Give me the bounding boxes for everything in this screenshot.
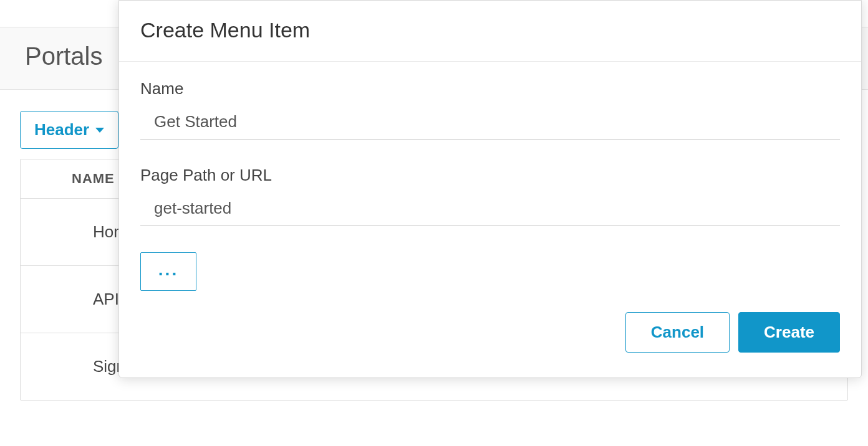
modal-footer: Cancel Create: [119, 297, 861, 359]
more-options-button[interactable]: ...: [140, 252, 196, 291]
caret-down-icon: [95, 128, 104, 133]
name-label: Name: [140, 79, 840, 98]
name-input[interactable]: [140, 107, 840, 140]
header-dropdown-label: Header: [34, 120, 89, 140]
create-button[interactable]: Create: [738, 312, 840, 353]
modal-header: Create Menu Item: [119, 1, 861, 62]
path-input[interactable]: [140, 194, 840, 226]
header-dropdown[interactable]: Header: [20, 111, 118, 149]
modal-title: Create Menu Item: [140, 18, 840, 42]
form-group-path: Page Path or URL: [140, 166, 840, 226]
modal-body: Name Page Path or URL ...: [119, 62, 861, 297]
cancel-button[interactable]: Cancel: [625, 312, 730, 353]
create-menu-item-modal: Create Menu Item Name Page Path or URL .…: [118, 0, 862, 378]
name-column-header: NAME: [72, 171, 115, 186]
ellipsis-icon: ...: [158, 265, 178, 274]
path-label: Page Path or URL: [140, 166, 840, 185]
form-group-name: Name: [140, 79, 840, 140]
